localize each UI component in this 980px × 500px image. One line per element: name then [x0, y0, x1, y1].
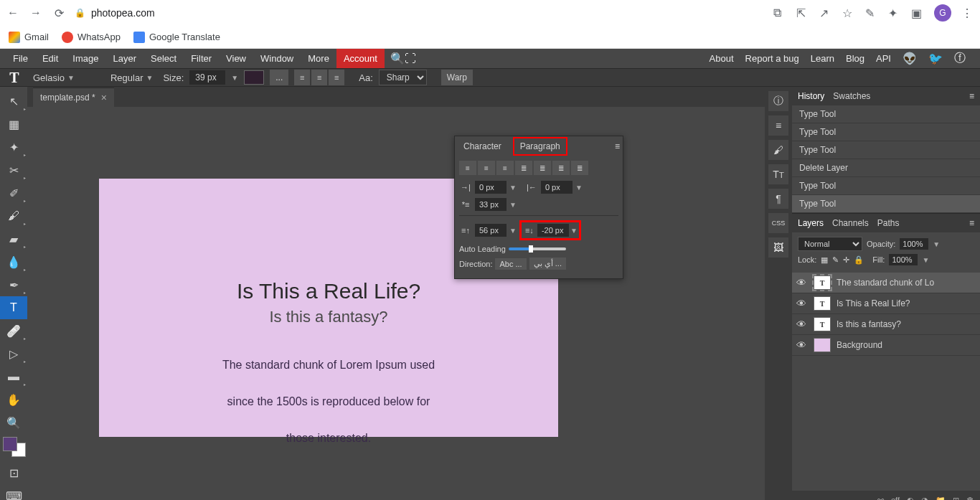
share-icon[interactable]: ↗ — [819, 6, 832, 19]
brush-tool[interactable]: 🖌▸ — [0, 204, 27, 227]
font-style-select[interactable]: Regular ▼ — [106, 71, 157, 85]
history-item[interactable]: Type Tool — [792, 177, 980, 195]
ext-icon-2[interactable]: ⇱ — [796, 6, 809, 19]
lock-move-icon[interactable]: ✛ — [843, 255, 849, 265]
canvas-para-1[interactable]: The standard chunk of Lorem Ipsum used — [128, 346, 529, 383]
layer-item[interactable]: 👁 T Is this a fantasy? — [792, 314, 980, 335]
panel-menu-icon[interactable]: ≡ — [615, 141, 620, 151]
justify-left-icon[interactable]: ≡ — [459, 161, 476, 175]
chevron-down-icon[interactable]: ▼ — [933, 240, 940, 248]
eye-icon[interactable]: 👁 — [796, 298, 808, 309]
link-learn[interactable]: Learn — [811, 53, 834, 64]
new-layer-icon[interactable]: ⊞ — [953, 496, 959, 501]
zoom-tool[interactable]: 🔍 — [0, 411, 27, 434]
document-tab[interactable]: template.psd * × — [33, 88, 114, 107]
indent-right-input[interactable] — [541, 181, 573, 194]
link-about[interactable]: About — [710, 53, 734, 64]
layer-thumb[interactable]: T — [814, 275, 831, 290]
menu-file[interactable]: File — [6, 49, 35, 68]
hand-tool[interactable]: ✋ — [0, 388, 27, 411]
chevron-down-icon[interactable]: ▼ — [922, 256, 929, 264]
image-panel-icon[interactable]: 🖼 — [768, 237, 788, 258]
adjustment-icon[interactable]: ◑ — [921, 496, 928, 501]
chevron-down-icon[interactable]: ▼ — [509, 201, 517, 209]
warp-button[interactable]: Warp — [441, 70, 473, 85]
ext-icon-1[interactable]: ⧉ — [773, 6, 786, 19]
chevron-down-icon[interactable]: ▼ — [575, 184, 583, 192]
bookmark-whatsapp[interactable]: WhatsApp — [62, 32, 121, 43]
marquee-tool[interactable]: ▦ — [0, 113, 27, 136]
css-panel-icon[interactable]: CSS — [768, 213, 788, 233]
lock-transparency-icon[interactable]: ▦ — [821, 255, 828, 265]
panel-menu-icon[interactable]: ≡ — [969, 218, 974, 228]
star-icon[interactable]: ☆ — [842, 6, 855, 19]
menu-view[interactable]: View — [219, 49, 253, 68]
layer-thumb[interactable]: T — [814, 317, 831, 331]
paragraph-panel-icon[interactable]: ¶ — [768, 189, 788, 209]
align-panel-icon[interactable]: ≡ — [768, 115, 788, 136]
justify-center-icon[interactable]: ≡ — [478, 161, 495, 175]
eyedropper-tool[interactable]: ✐▸ — [0, 181, 27, 204]
pen-tool[interactable]: ✒▸ — [0, 273, 27, 296]
menu-edit[interactable]: Edit — [35, 49, 65, 68]
foreground-color[interactable] — [3, 437, 17, 451]
panel-menu-icon[interactable]: ≡ — [969, 91, 974, 101]
canvas-viewport[interactable]: Is This a Real Life? Is this a fantasy? … — [27, 107, 765, 500]
wand-tool[interactable]: ✦▸ — [0, 136, 27, 159]
healing-tool[interactable]: 🩹▸ — [0, 319, 27, 342]
history-item[interactable]: Type Tool — [792, 141, 980, 159]
align-right-icon[interactable]: ≡ — [329, 70, 344, 85]
justify-full-right-icon[interactable]: ≣ — [552, 161, 570, 175]
forward-button[interactable]: → — [29, 6, 43, 20]
color-picker[interactable] — [3, 437, 26, 457]
bookmark-gmail[interactable]: Gmail — [9, 32, 49, 43]
direction-rtl-button[interactable]: أي بي ... — [529, 258, 566, 270]
justify-all-icon[interactable]: ≣ — [571, 161, 588, 175]
brush-panel-icon[interactable]: 🖌 — [768, 140, 788, 160]
tab-channels[interactable]: Channels — [832, 218, 869, 228]
link-layers-icon[interactable]: ⚯ — [877, 496, 884, 501]
eye-icon[interactable]: 👁 — [796, 339, 808, 351]
layer-item[interactable]: 👁 Background — [792, 335, 980, 356]
mask-icon[interactable]: ◐ — [907, 496, 914, 501]
text-color-swatch[interactable] — [244, 70, 264, 85]
panel-icon[interactable]: ▣ — [911, 6, 924, 19]
layer-thumb[interactable] — [814, 338, 831, 352]
antialias-select[interactable]: Sharp — [379, 70, 427, 85]
tab-layers[interactable]: Layers — [798, 218, 824, 228]
chevron-down-icon[interactable]: ▼ — [570, 227, 578, 235]
menu-account[interactable]: Account — [336, 49, 385, 68]
path-select-tool[interactable]: ▷▸ — [0, 342, 27, 365]
character-panel-icon[interactable]: TT — [768, 164, 788, 184]
wand-icon[interactable]: ✎ — [865, 6, 878, 19]
fullscreen-icon[interactable]: ⛶ — [405, 52, 416, 65]
justify-full-center-icon[interactable]: ≣ — [534, 161, 551, 175]
auto-leading-slider[interactable] — [509, 247, 566, 250]
search-icon[interactable]: 🔍 — [390, 52, 405, 65]
indent-left-input[interactable] — [475, 181, 507, 194]
tab-paths[interactable]: Paths — [877, 218, 900, 228]
puzzle-icon[interactable]: ✦ — [888, 6, 901, 19]
direction-ltr-button[interactable]: Abc ... — [495, 258, 526, 270]
space-after-input[interactable] — [537, 224, 569, 237]
canvas-para-2[interactable]: since the 1500s is reproduced below for — [128, 383, 529, 420]
canvas-heading-1[interactable]: Is This a Real Life? — [128, 279, 529, 303]
font-family-select[interactable]: Gelasio ▼ — [29, 71, 79, 85]
menu-window[interactable]: Window — [253, 49, 301, 68]
opacity-input[interactable] — [900, 238, 928, 250]
menu-layer[interactable]: Layer — [106, 49, 144, 68]
delete-layer-icon[interactable]: 🗑 — [966, 496, 974, 500]
tab-paragraph[interactable]: Paragraph — [513, 137, 567, 156]
reload-button[interactable]: ⟳ — [52, 6, 66, 20]
back-button[interactable]: ← — [6, 6, 20, 20]
menu-icon[interactable]: ⋮ — [961, 6, 974, 19]
indent-first-input[interactable] — [475, 198, 507, 211]
info-icon[interactable]: ⓘ — [768, 91, 788, 111]
close-tab-icon[interactable]: × — [101, 92, 107, 103]
crop-tool[interactable]: ✂▸ — [0, 159, 27, 181]
tab-character[interactable]: Character — [458, 138, 507, 154]
history-item[interactable]: Delete Layer — [792, 159, 980, 177]
reddit-icon[interactable]: 👽 — [903, 52, 917, 65]
history-item[interactable]: Type Tool — [792, 123, 980, 141]
menu-filter[interactable]: Filter — [184, 49, 219, 68]
